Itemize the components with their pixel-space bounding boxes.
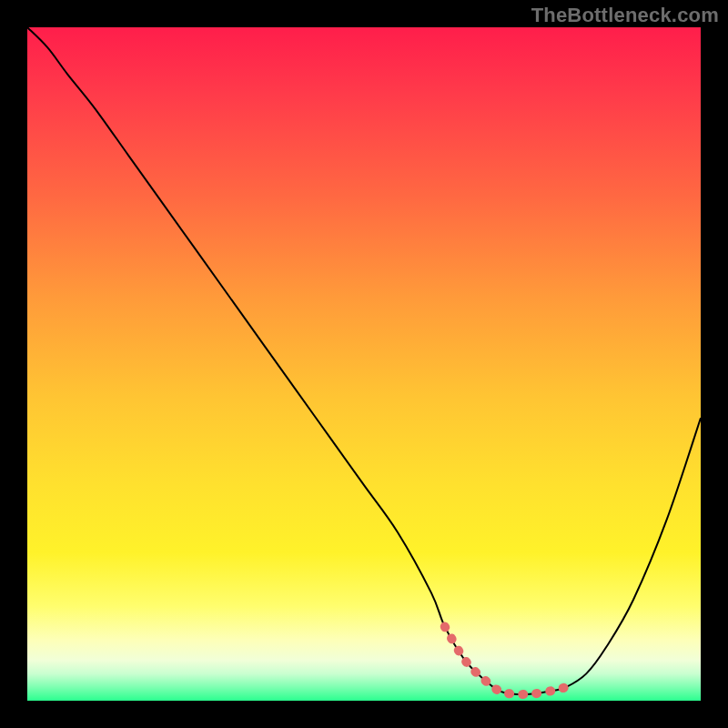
highlight-layer — [27, 27, 701, 701]
optimal-range-marker — [445, 627, 566, 694]
plot-area — [27, 27, 701, 701]
watermark-label: TheBottleneck.com — [531, 4, 719, 27]
chart-frame: TheBottleneck.com — [0, 0, 728, 728]
